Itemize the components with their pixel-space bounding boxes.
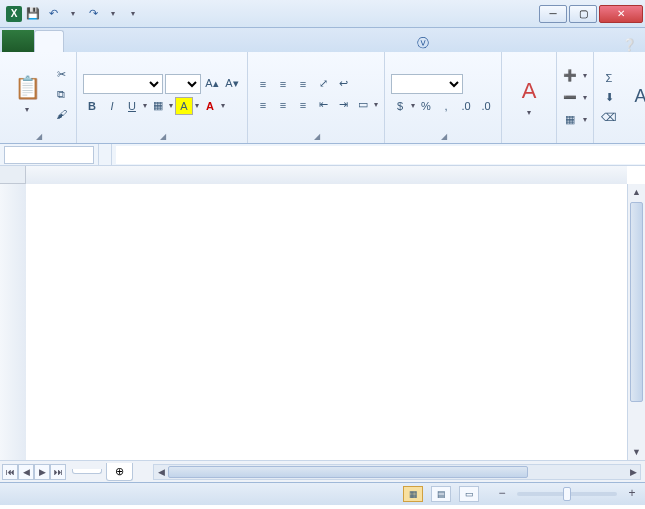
format-painter-button[interactable]: 🖌 — [52, 105, 70, 123]
scroll-up-icon[interactable]: ▲ — [628, 184, 645, 200]
underline-button[interactable]: U — [123, 97, 141, 115]
close-button[interactable]: ✕ — [599, 5, 643, 23]
minimize-ribbon-icon[interactable]: ⓥ — [417, 35, 429, 52]
sheet-nav-prev[interactable]: ◀ — [18, 464, 34, 480]
zoom-out-button[interactable]: − — [495, 487, 509, 501]
vertical-scrollbar[interactable]: ▲ ▼ — [627, 184, 645, 460]
paste-button[interactable]: 📋 ▾ — [6, 56, 48, 132]
page-break-view-button[interactable]: ▭ — [459, 486, 479, 502]
format-cells-button[interactable]: ▦▾ — [563, 110, 587, 130]
zoom-slider[interactable] — [517, 492, 617, 496]
bold-button[interactable]: B — [83, 97, 101, 115]
dialog-launcher-icon[interactable]: ◢ — [314, 132, 322, 141]
fill-color-button[interactable]: A — [175, 97, 193, 115]
select-all-button[interactable] — [0, 166, 26, 184]
italic-button[interactable]: I — [103, 97, 121, 115]
chevron-down-icon[interactable]: ▾ — [221, 101, 225, 110]
align-middle-button[interactable]: ≡ — [274, 75, 292, 93]
font-color-button[interactable]: A — [201, 97, 219, 115]
title-bar: X 💾 ↶ ▾ ↷ ▾ ▾ ─ ▢ ✕ — [0, 0, 645, 28]
column-headers[interactable] — [26, 166, 627, 184]
scroll-thumb[interactable] — [168, 466, 528, 478]
horizontal-scrollbar[interactable]: ◀ ▶ — [153, 464, 641, 480]
dialog-launcher-icon[interactable]: ◢ — [441, 132, 449, 141]
shrink-font-button[interactable]: A▾ — [223, 75, 241, 93]
minimize-button[interactable]: ─ — [539, 5, 567, 23]
undo-icon[interactable]: ↶ — [44, 5, 62, 23]
align-bottom-button[interactable]: ≡ — [294, 75, 312, 93]
tab-home[interactable] — [34, 30, 64, 52]
tab-data[interactable] — [148, 30, 176, 52]
orientation-button[interactable]: ⤢ — [314, 75, 332, 93]
tab-page-layout[interactable] — [92, 30, 120, 52]
decrease-indent-button[interactable]: ⇤ — [314, 96, 332, 114]
formula-input[interactable] — [116, 146, 645, 164]
sort-filter-button[interactable]: A↓ — [622, 56, 645, 139]
qat-customize-icon[interactable]: ▾ — [124, 5, 142, 23]
save-icon[interactable]: 💾 — [24, 5, 42, 23]
clear-button[interactable]: ⌫ — [600, 109, 618, 127]
grow-font-button[interactable]: A▴ — [203, 75, 221, 93]
dialog-launcher-icon[interactable]: ◢ — [160, 132, 168, 141]
border-button[interactable]: ▦ — [149, 97, 167, 115]
delete-cells-button[interactable]: ➖▾ — [563, 88, 587, 108]
align-left-button[interactable]: ≡ — [254, 96, 272, 114]
decrease-decimal-button[interactable]: .0 — [477, 97, 495, 115]
number-format-select[interactable] — [391, 74, 463, 94]
chevron-down-icon[interactable]: ▾ — [374, 100, 378, 109]
autosum-button[interactable]: Σ — [600, 69, 618, 87]
insert-cells-button[interactable]: ➕▾ — [563, 66, 587, 86]
comma-button[interactable]: , — [437, 97, 455, 115]
redo-dropdown-icon[interactable]: ▾ — [104, 5, 122, 23]
scroll-left-icon[interactable]: ◀ — [154, 465, 168, 479]
wrap-text-button[interactable]: ↩ — [334, 75, 352, 93]
cut-button[interactable]: ✂ — [52, 65, 70, 83]
chevron-down-icon[interactable]: ▾ — [143, 101, 147, 110]
tab-formulas[interactable] — [120, 30, 148, 52]
fx-icon[interactable] — [98, 144, 112, 165]
row-headers[interactable] — [0, 184, 26, 460]
percent-button[interactable]: % — [417, 97, 435, 115]
scroll-right-icon[interactable]: ▶ — [626, 465, 640, 479]
currency-button[interactable]: $ — [391, 97, 409, 115]
chevron-down-icon[interactable]: ▾ — [169, 101, 173, 110]
worksheet-grid[interactable]: ▲ ▼ — [0, 166, 645, 460]
scroll-down-icon[interactable]: ▼ — [628, 444, 645, 460]
sheet-nav-last[interactable]: ⏭ — [50, 464, 66, 480]
merge-button[interactable]: ▭ — [354, 96, 372, 114]
maximize-button[interactable]: ▢ — [569, 5, 597, 23]
font-family-select[interactable] — [83, 74, 163, 94]
tab-insert[interactable] — [64, 30, 92, 52]
name-box[interactable] — [4, 146, 94, 164]
redo-icon[interactable]: ↷ — [84, 5, 102, 23]
dialog-launcher-icon[interactable]: ◢ — [36, 132, 44, 141]
sheet-tab[interactable] — [72, 469, 102, 474]
sheet-nav-first[interactable]: ⏮ — [2, 464, 18, 480]
undo-dropdown-icon[interactable]: ▾ — [64, 5, 82, 23]
tab-review[interactable] — [176, 30, 204, 52]
font-size-select[interactable] — [165, 74, 201, 94]
new-sheet-button[interactable]: ⊕ — [106, 463, 133, 481]
align-right-button[interactable]: ≡ — [294, 96, 312, 114]
increase-decimal-button[interactable]: .0 — [457, 97, 475, 115]
tab-file[interactable] — [2, 30, 34, 52]
zoom-in-button[interactable]: + — [625, 487, 639, 501]
align-center-button[interactable]: ≡ — [274, 96, 292, 114]
help-icon[interactable]: ❔ — [622, 38, 637, 52]
sheet-nav-next[interactable]: ▶ — [34, 464, 50, 480]
copy-button[interactable]: ⧉ — [52, 85, 70, 103]
increase-indent-button[interactable]: ⇥ — [334, 96, 352, 114]
tab-view[interactable] — [204, 30, 232, 52]
scroll-thumb[interactable] — [630, 202, 643, 402]
normal-view-button[interactable]: ▦ — [403, 486, 423, 502]
chevron-down-icon[interactable]: ▾ — [411, 101, 415, 110]
chevron-down-icon[interactable]: ▾ — [195, 101, 199, 110]
page-layout-view-button[interactable]: ▤ — [431, 486, 451, 502]
zoom-handle[interactable] — [563, 487, 571, 501]
align-top-button[interactable]: ≡ — [254, 75, 272, 93]
group-font: A▴ A▾ B I U ▾ ▦ ▾ A ▾ A ▾ ◢ — [77, 52, 248, 143]
fill-button[interactable]: ⬇ — [600, 89, 618, 107]
styles-button[interactable]: A ▾ — [508, 56, 550, 139]
formula-bar-row — [0, 144, 645, 166]
cells-area[interactable] — [26, 184, 627, 460]
